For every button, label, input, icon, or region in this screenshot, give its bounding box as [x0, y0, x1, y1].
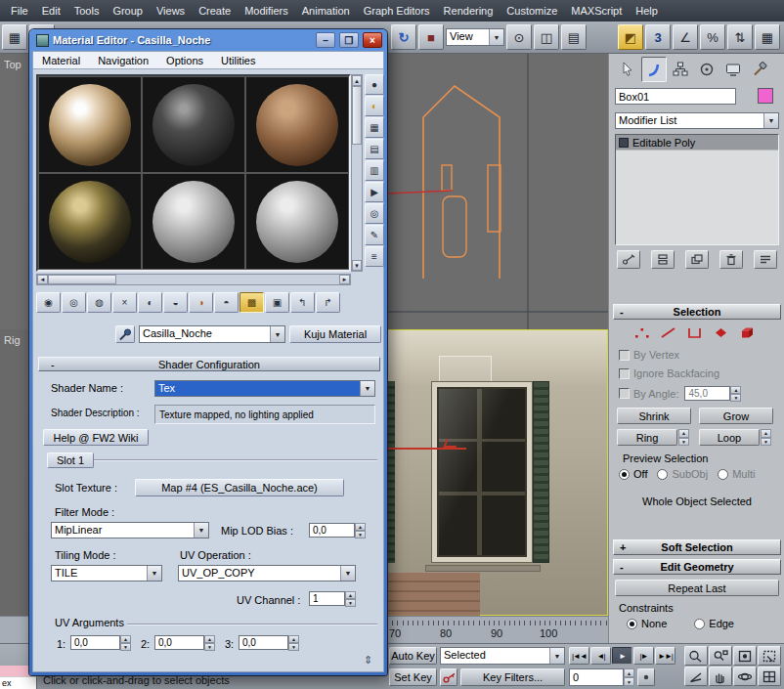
chevron-down-icon[interactable]: ▼ [489, 29, 503, 45]
orbit-icon[interactable] [733, 667, 757, 686]
modifier-stack[interactable]: Editable Poly [615, 134, 779, 245]
play-button[interactable]: ► [612, 647, 632, 665]
spinner-up-icon[interactable]: ▲ [345, 591, 356, 599]
set-keys-icon[interactable] [440, 668, 457, 686]
chevron-down-icon[interactable]: ▼ [147, 566, 161, 581]
material-editor-window[interactable]: Material Editor - Casilla_Noche – ❒ × Ma… [29, 29, 387, 675]
pan-icon[interactable] [709, 667, 732, 686]
minimize-button[interactable]: – [316, 32, 335, 48]
filter-mode-combo[interactable]: MipLinear ▼ [51, 522, 209, 538]
menu-file[interactable]: File [4, 2, 35, 20]
material-name-combo[interactable]: Casilla_Noche ▼ [139, 325, 285, 343]
uv-arg1-value[interactable]: 0,0 [70, 635, 120, 650]
menu-create[interactable]: Create [192, 2, 238, 20]
by-vertex-checkbox[interactable] [619, 350, 630, 361]
select-rotate-icon[interactable]: ↻ [391, 24, 416, 50]
chevron-down-icon[interactable]: ▼ [549, 648, 564, 664]
soft-selection-rollout-header[interactable]: + Soft Selection [613, 539, 781, 555]
loop-button[interactable]: Loop [699, 429, 760, 446]
uv-arg2-value[interactable]: 0,0 [154, 635, 204, 650]
current-frame-input[interactable] [569, 668, 624, 686]
snap-3-icon[interactable]: 3 [645, 24, 671, 50]
ring-spinner[interactable]: ▲▼ [678, 429, 689, 446]
tab-create-icon[interactable] [615, 57, 640, 82]
menu-tools[interactable]: Tools [67, 2, 107, 20]
spinner-down-icon[interactable]: ▼ [288, 643, 299, 651]
chevron-down-icon[interactable]: ▼ [194, 523, 208, 538]
spinner-down-icon[interactable]: ▼ [204, 643, 215, 651]
tab-display-icon[interactable] [720, 57, 746, 82]
edit-geometry-rollout-header[interactable]: - Edit Geometry [613, 559, 781, 575]
spinner-down-icon[interactable]: ▼ [120, 643, 131, 651]
sample-type-icon[interactable]: ● [365, 74, 384, 95]
uv-channel-value[interactable]: 1 [309, 591, 345, 606]
backlight-icon[interactable]: ◐ [365, 96, 384, 116]
border-icon[interactable] [685, 325, 704, 340]
preview-multi-radio[interactable]: Multi [718, 468, 755, 480]
show-end-result-icon[interactable]: ▣ [265, 292, 289, 313]
set-key-button[interactable]: Set Key [389, 668, 437, 686]
menu-options[interactable]: Options [157, 53, 212, 68]
go-to-end-button[interactable]: ►►| [655, 647, 675, 665]
spinner-up-icon[interactable]: ▲ [288, 635, 299, 643]
scroll-left-icon[interactable]: ◄ [37, 275, 48, 284]
stack-item-editable-poly[interactable]: Editable Poly [616, 135, 778, 151]
tab-modify-icon[interactable] [641, 57, 667, 82]
go-to-parent-icon[interactable]: ↰ [290, 292, 315, 313]
uv-arg1-spinner[interactable]: ▲▼ [120, 635, 131, 650]
key-mode-toggle-icon[interactable] [637, 668, 655, 686]
sample-horizontal-scrollbar[interactable]: ◄ ► [36, 274, 351, 285]
scroll-thumb[interactable] [48, 275, 116, 284]
show-background-icon[interactable]: ◓ [214, 292, 239, 313]
loop-spinner[interactable]: ▲▼ [761, 429, 771, 446]
sample-slot[interactable] [38, 173, 142, 270]
auto-key-button[interactable]: Auto Key [389, 647, 437, 665]
menu-utilities[interactable]: Utilities [212, 53, 264, 68]
shrink-button[interactable]: Shrink [617, 408, 691, 424]
previous-frame-button[interactable]: ◄| [590, 647, 611, 665]
spinner-down-icon[interactable]: ▼ [624, 677, 634, 686]
material-type-button[interactable]: Kuju Material [289, 325, 381, 343]
uv-arg3-spinner[interactable]: ▲▼ [288, 635, 299, 650]
shader-configuration-rollout[interactable]: - Shader Configuration [38, 357, 380, 371]
modifier-list-combo[interactable]: Modifier List ▼ [615, 112, 779, 129]
spinner-snap-icon[interactable]: ⇅ [727, 24, 753, 50]
menu-modifiers[interactable]: Modifiers [238, 2, 295, 20]
assign-to-selection-icon[interactable]: ◍ [87, 292, 111, 313]
pick-material-icon[interactable] [115, 325, 135, 343]
maxscript-mini-listener[interactable]: ex [0, 677, 37, 689]
remove-modifier-icon[interactable] [719, 250, 743, 269]
uv-arg3-value[interactable]: 0,0 [239, 635, 288, 650]
put-to-scene-icon[interactable]: ◎ [62, 292, 86, 313]
sample-slot[interactable] [142, 76, 245, 173]
preview-off-radio[interactable]: Off [619, 468, 647, 480]
vertex-icon[interactable] [632, 325, 651, 340]
menu-navigation[interactable]: Navigation [89, 53, 157, 68]
pan-rollout-icon[interactable]: ⇕ [364, 654, 372, 667]
make-unique-icon[interactable] [685, 250, 709, 269]
menu-material[interactable]: Material [33, 53, 89, 68]
object-color-swatch[interactable] [758, 88, 773, 104]
reference-coordinate-combo[interactable]: View ▼ [446, 28, 504, 46]
use-center-icon[interactable]: ⊙ [506, 24, 532, 50]
angle-snap-icon[interactable]: ∠ [673, 24, 698, 50]
chevron-down-icon[interactable]: ▼ [763, 113, 778, 128]
uv-channel-spinner[interactable]: ▲▼ [345, 591, 356, 606]
sample-vertical-scrollbar[interactable]: ▲ ▼ [351, 74, 363, 272]
chevron-down-icon[interactable]: ▼ [340, 566, 355, 581]
zoom-icon[interactable] [684, 646, 708, 666]
menu-views[interactable]: Views [150, 2, 192, 20]
sample-slot[interactable] [142, 173, 245, 270]
selection-rollout-header[interactable]: - Selection [613, 304, 781, 320]
next-frame-button[interactable]: |► [633, 647, 654, 665]
selection-set-combo[interactable]: Selected ▼ [440, 647, 565, 665]
maximize-viewport-icon[interactable] [758, 667, 781, 686]
field-of-view-icon[interactable] [684, 667, 708, 686]
make-unique-icon[interactable]: ◐ [138, 292, 162, 313]
close-button[interactable]: × [363, 32, 382, 48]
shader-name-combo[interactable]: Tex ▼ [154, 380, 375, 397]
menu-customize[interactable]: Customize [500, 2, 564, 20]
viewport-right-label[interactable]: Rig [4, 334, 21, 346]
layer-manager-icon[interactable]: ▤ [561, 24, 587, 50]
tab-motion-icon[interactable] [694, 57, 719, 82]
